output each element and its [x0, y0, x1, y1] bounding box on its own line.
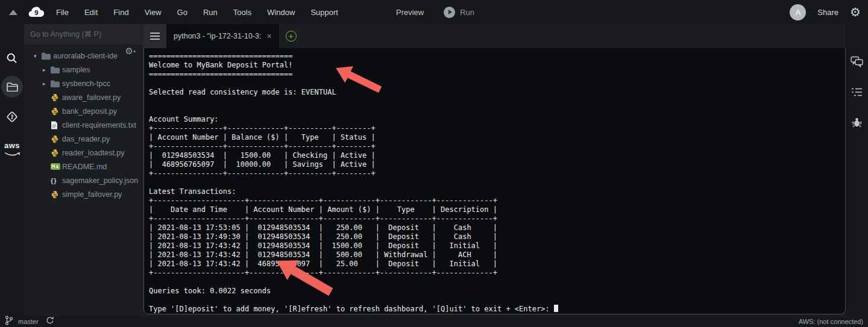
menu-bar-items: FileEditFindViewGoRunToolsWindowSupport — [56, 8, 338, 17]
chevron-icon: ▾ — [34, 53, 42, 59]
tree-item-sysbench-tpcc[interactable]: ▸ sysbench-tpcc — [24, 76, 143, 90]
settings-gear-icon[interactable]: ⚙ — [850, 6, 861, 18]
tree-item-label: README.md — [62, 163, 107, 171]
avatar[interactable]: A — [790, 4, 806, 20]
branch-name[interactable]: master — [18, 318, 39, 325]
search-icon[interactable] — [6, 52, 18, 67]
terminal-line: | 2021-08-13 17:43:42 | 012948503534 | 5… — [149, 251, 845, 260]
tree-item-bank-deposit-py[interactable]: bank_deposit.py — [24, 104, 143, 118]
git-branch-icon[interactable] — [5, 316, 13, 327]
python-file-icon — [51, 190, 62, 199]
menu-item-run[interactable]: Run — [203, 8, 218, 17]
menu-item-file[interactable]: File — [56, 8, 69, 17]
tree-item-label: simple_failover.py — [62, 190, 122, 199]
play-icon[interactable] — [444, 7, 455, 18]
file-tree-panel: ⚙▾ ▾ auroralab-client-ide ▸ samples ▸ sy… — [24, 24, 143, 316]
terminal-line: | 2021-08-13 17:43:42 | 468956765097 | 2… — [149, 260, 845, 269]
terminal-line: +----------------+-------------+--------… — [149, 169, 845, 178]
terminal-line: | Date and Time | Account Number | Amoun… — [149, 205, 845, 214]
debugger-bug-icon[interactable] — [851, 117, 863, 131]
text-file-icon — [51, 121, 62, 129]
terminal-line: | 2021-08-13 17:43:42 | 012948503534 | 1… — [149, 241, 845, 251]
svg-text:9: 9 — [34, 9, 38, 16]
outline-list-icon[interactable] — [851, 87, 863, 100]
tab-bar: python3 - "ip-172-31-10-3: × + — [143, 24, 846, 48]
python-file-icon — [51, 149, 62, 157]
cloud9-logo[interactable]: 9 — [28, 6, 45, 18]
terminal-line: | 2021-08-13 17:53:05 | 012948503534 | 2… — [149, 223, 845, 232]
share-button[interactable]: Share — [817, 8, 838, 17]
terminal-line — [149, 97, 845, 106]
file-explorer-button[interactable] — [1, 76, 23, 98]
chevron-icon: ▸ — [43, 67, 51, 73]
terminal-tab[interactable]: python3 - "ip-172-31-10-3: × — [166, 24, 279, 48]
terminal-line: ================================= — [149, 52, 845, 61]
tree-item-label: das_reader.py — [62, 135, 110, 143]
terminal-line: +---------------------+----------------+… — [149, 214, 845, 223]
tab-menu-button[interactable] — [143, 24, 166, 48]
menu-item-go[interactable]: Go — [177, 8, 187, 17]
python-file-icon — [51, 107, 62, 116]
new-tab-button[interactable]: + — [286, 31, 297, 42]
git-icon[interactable] — [5, 110, 19, 126]
file-tree: ⚙▾ ▾ auroralab-client-ide ▸ samples ▸ sy… — [24, 45, 143, 201]
folder-icon — [51, 80, 62, 87]
folder-icon — [7, 83, 18, 92]
terminal-line: +----------------+-------------+--------… — [149, 124, 845, 133]
terminal-output[interactable]: =================================Welcome… — [143, 48, 846, 314]
tree-item-label: reader_loadtest.py — [62, 149, 125, 157]
terminal-line — [149, 106, 845, 115]
aws-connection-status: AWS: (not connected) — [799, 318, 863, 325]
status-bar: master AWS: (not connected) — [0, 316, 868, 327]
terminal-line — [149, 296, 845, 305]
editor-area: python3 - "ip-172-31-10-3: × + =========… — [143, 24, 846, 316]
terminal-line: | 468956765097 | 10000.00 | Savings | Ac… — [149, 160, 845, 169]
menu-item-find[interactable]: Find — [113, 8, 128, 17]
terminal-line: | 2021-08-13 17:49:30 | 012948503534 | 2… — [149, 232, 845, 241]
terminal-line: | Account Number | Balance ($) | Type | … — [149, 133, 845, 142]
menu-item-window[interactable]: Window — [267, 8, 295, 17]
tree-item-label: sagemaker_policy.json — [62, 176, 138, 185]
terminal-line: | 012948503534 | 1500.00 | Checking | Ac… — [149, 151, 845, 160]
terminal-line: Latest Transactions: — [149, 187, 845, 196]
menu-item-support[interactable]: Support — [310, 8, 338, 17]
terminal-line: Account Summary: — [149, 115, 845, 124]
terminal-line: Type '[D]eposit' to add money, '[R]efres… — [149, 305, 845, 314]
collapse-triangle-icon[interactable] — [9, 10, 17, 15]
tree-item-reader-loadtest-py[interactable]: reader_loadtest.py — [24, 146, 143, 160]
tree-item-simple-failover-py[interactable]: simple_failover.py — [24, 187, 143, 201]
tree-item-sagemaker-policy-json[interactable]: { } sagemaker_policy.json — [24, 173, 143, 187]
right-icon-rail — [846, 24, 868, 316]
menu-item-edit[interactable]: Edit — [84, 8, 98, 17]
terminal-cursor — [554, 305, 558, 312]
aws-icon[interactable]: aws — [4, 143, 20, 160]
preview-button[interactable]: Preview — [396, 8, 424, 17]
terminal-line: +----------------+-------------+--------… — [149, 142, 845, 151]
tree-item-aware-failover-py[interactable]: aware_failover.py — [24, 90, 143, 104]
terminal-line — [149, 178, 845, 187]
tree-item-label: bank_deposit.py — [62, 107, 117, 116]
terminal-line — [149, 278, 845, 287]
menu-item-view[interactable]: View — [145, 8, 162, 17]
python-file-icon — [51, 93, 62, 102]
chevron-icon: ▸ — [43, 81, 51, 87]
tab-close-icon[interactable]: × — [267, 32, 272, 40]
tree-item-readme-md[interactable]: README.md — [24, 160, 143, 173]
folder-icon — [42, 52, 53, 60]
goto-anything-input[interactable] — [24, 30, 143, 39]
menu-item-tools[interactable]: Tools — [233, 8, 251, 17]
tree-item-client-requirements-txt[interactable]: client-requirements.txt — [24, 118, 143, 132]
tree-settings-gear-icon[interactable]: ⚙▾ — [125, 46, 136, 57]
hamburger-icon — [150, 36, 160, 37]
top-menu-bar: 9 FileEditFindViewGoRunToolsWindowSuppor… — [0, 0, 868, 24]
goto-anything-box[interactable] — [24, 24, 143, 45]
run-button[interactable]: Run — [444, 7, 474, 18]
tree-item-samples[interactable]: ▸ samples — [24, 63, 143, 76]
tree-item-label: samples — [62, 66, 90, 74]
terminal-line: +---------------------+----------------+… — [149, 269, 845, 278]
terminal-line: Queries took: 0.0022 seconds — [149, 287, 845, 296]
python-file-icon — [51, 135, 62, 143]
tree-item-das-reader-py[interactable]: das_reader.py — [24, 132, 143, 146]
collaborate-chat-icon[interactable] — [851, 56, 863, 70]
refresh-icon[interactable] — [46, 316, 54, 327]
